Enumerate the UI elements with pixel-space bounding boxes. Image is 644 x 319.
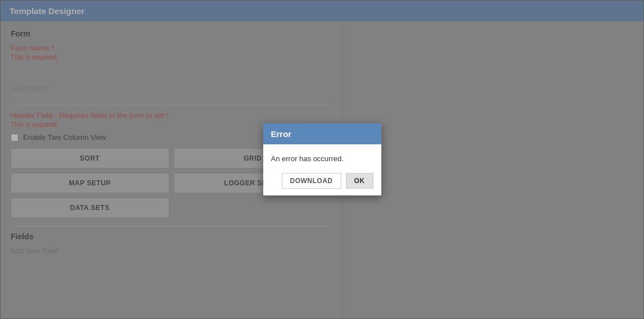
modal-body: An error has occurred. [263, 144, 381, 168]
modal-overlay: Error An error has occurred. DOWNLOAD OK [0, 0, 644, 319]
ok-button[interactable]: OK [346, 173, 373, 189]
modal-message: An error has occurred. [271, 154, 344, 163]
modal-footer: DOWNLOAD OK [263, 168, 381, 195]
modal-title: Error [271, 129, 292, 139]
error-modal: Error An error has occurred. DOWNLOAD OK [263, 124, 381, 195]
download-button[interactable]: DOWNLOAD [282, 173, 341, 189]
modal-header: Error [263, 124, 381, 144]
app-window: Template Designer Form Form Name This is… [0, 0, 644, 319]
